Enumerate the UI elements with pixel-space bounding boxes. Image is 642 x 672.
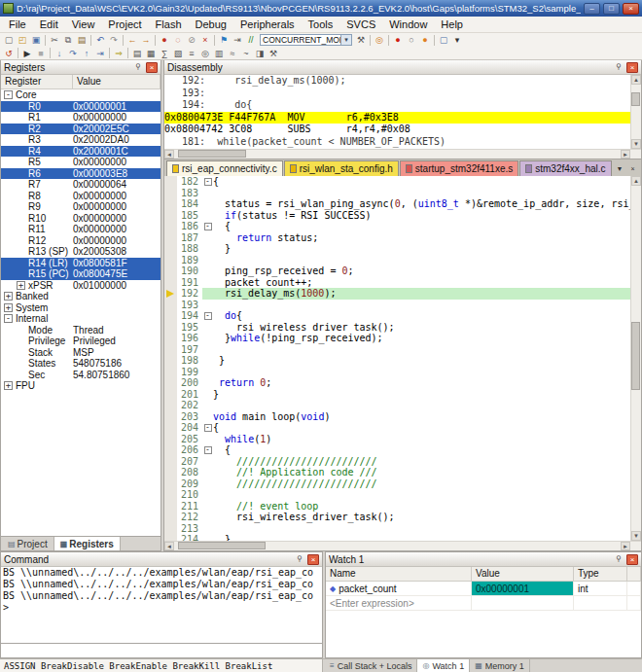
code-line[interactable]: 191 packet_count++;	[164, 277, 630, 289]
breakpoint-margin[interactable]	[164, 400, 177, 411]
fold-margin[interactable]	[202, 255, 213, 266]
menu-svcs[interactable]: SVCS	[339, 18, 382, 32]
breakpoint-margin[interactable]	[164, 389, 177, 401]
target-options-icon[interactable]: ⚒	[354, 34, 368, 47]
fold-margin[interactable]	[202, 355, 213, 367]
register-row[interactable]: R50x00000000	[1, 157, 160, 168]
breakpoint-margin[interactable]	[164, 322, 177, 334]
register-row[interactable]: +xPSR0x01000000	[1, 280, 160, 292]
register-row[interactable]: Sec54.80751860	[1, 370, 160, 381]
code-line[interactable]: 188 }	[164, 243, 630, 255]
scroll-down-icon[interactable]: ▼	[631, 139, 641, 149]
kill-all-breakpoints-icon[interactable]: ×	[198, 34, 212, 47]
register-row[interactable]: R20x20002E5C	[1, 124, 160, 135]
register-row[interactable]: R00x00000001	[1, 101, 160, 113]
fold-margin[interactable]	[202, 288, 213, 300]
fold-margin[interactable]	[202, 523, 213, 535]
close-panel-icon[interactable]: ×	[626, 554, 638, 565]
code-line[interactable]: 194- do{	[164, 310, 630, 322]
breakpoint-margin[interactable]	[164, 188, 177, 199]
fold-margin[interactable]: -	[202, 310, 213, 322]
code-line[interactable]: 201}	[164, 389, 630, 401]
undo-icon[interactable]: ↶	[93, 34, 107, 47]
code-line[interactable]: 200 return 0;	[164, 377, 630, 389]
menu-window[interactable]: Window	[382, 18, 434, 32]
run-to-cursor-icon[interactable]: ⇥	[93, 47, 107, 59]
minimize-button[interactable]: –	[584, 3, 600, 15]
fold-margin[interactable]	[202, 333, 213, 344]
register-row[interactable]: R40x2000001C	[1, 146, 160, 158]
scroll-left-icon[interactable]: ◄	[164, 542, 174, 550]
register-row[interactable]: R13 (SP)0x20005308	[1, 246, 160, 258]
register-row[interactable]: R80x00000000	[1, 191, 160, 202]
close-button[interactable]: ×	[623, 3, 639, 15]
disassembly-hscrollbar[interactable]: ◄ ►	[164, 149, 641, 159]
fold-margin[interactable]	[202, 344, 213, 356]
fold-margin[interactable]	[202, 467, 213, 478]
register-row[interactable]: ModeThread	[1, 325, 160, 336]
disassembly-vscrollbar[interactable]: ▲ ▼	[630, 75, 641, 149]
fold-margin[interactable]	[202, 478, 213, 490]
breakpoint-margin[interactable]	[164, 300, 177, 311]
menu-tools[interactable]: Tools	[302, 18, 340, 32]
scroll-track[interactable]	[631, 186, 641, 531]
disassembly-line[interactable]: 194: do{	[164, 99, 630, 112]
fold-margin[interactable]	[202, 188, 213, 199]
save-icon[interactable]: ▣	[29, 34, 43, 47]
panel-tab-registers[interactable]: ▦Registers	[54, 537, 121, 550]
register-row[interactable]: PrivilegePrivileged	[1, 336, 160, 347]
disassembly-line[interactable]: 181: while(packet_count < NUMBER_OF_PACK…	[164, 136, 630, 149]
cut-icon[interactable]: ✂	[48, 34, 61, 47]
breakpoint-margin[interactable]	[164, 310, 177, 322]
fold-margin[interactable]	[202, 210, 213, 222]
breakpoint-margin[interactable]	[164, 243, 177, 255]
pin-icon[interactable]: ⚲	[613, 62, 624, 73]
menu-peripherals[interactable]: Peripherals	[233, 18, 302, 32]
fold-margin[interactable]	[202, 489, 213, 501]
scroll-thumb[interactable]	[178, 542, 266, 549]
code-line[interactable]: 192 rsi_delay_ms(1000);	[164, 288, 630, 300]
register-row[interactable]: R30x20002DA0	[1, 134, 160, 146]
fold-margin[interactable]: -	[202, 444, 213, 456]
fold-margin[interactable]	[202, 411, 213, 423]
memory-window-icon[interactable]: ▥	[212, 47, 226, 59]
find-in-files-icon[interactable]: ◎	[373, 34, 386, 47]
fold-margin[interactable]	[202, 232, 213, 244]
menu-debug[interactable]: Debug	[189, 18, 233, 32]
fold-collapse-icon[interactable]: -	[204, 424, 212, 432]
register-row[interactable]: StackMSP	[1, 347, 160, 359]
fold-margin[interactable]	[202, 367, 213, 378]
code-line[interactable]: 185 if(status != RSI_SUCCESS)	[164, 210, 630, 222]
register-row[interactable]: R14 (LR)0x0800581F	[1, 258, 160, 269]
register-row[interactable]: -Core	[1, 89, 160, 101]
scroll-down-icon[interactable]: ▼	[631, 531, 641, 541]
breakpoint-margin[interactable]	[164, 198, 177, 210]
expander-icon[interactable]: +	[4, 381, 13, 390]
scroll-thumb[interactable]	[631, 322, 640, 390]
show-next-statement-icon[interactable]: ⇒	[112, 47, 125, 59]
fold-margin[interactable]	[202, 277, 213, 289]
symbol-window-icon[interactable]: ∑	[158, 47, 171, 59]
pin-icon[interactable]: ⚲	[294, 554, 305, 565]
scroll-up-icon[interactable]: ▲	[631, 176, 641, 186]
breakpoint-margin[interactable]	[164, 523, 177, 535]
code-line[interactable]: 195 rsi_wireless_driver_task();	[164, 322, 630, 334]
fold-collapse-icon[interactable]: -	[204, 178, 212, 186]
indent-icon[interactable]: ⇥	[231, 34, 244, 47]
menu-view[interactable]: View	[65, 18, 102, 32]
breakpoint-margin[interactable]	[164, 232, 177, 244]
breakpoint-margin[interactable]	[164, 367, 177, 378]
register-row[interactable]: R10x00000000	[1, 112, 160, 124]
fold-margin[interactable]	[202, 512, 213, 523]
disassembly-window-icon[interactable]: ▦	[144, 47, 158, 59]
fold-collapse-icon[interactable]: -	[204, 223, 212, 230]
code-line[interactable]: 182-{	[164, 176, 630, 188]
breakpoint-margin[interactable]	[164, 411, 177, 423]
breakpoint-margin[interactable]	[164, 377, 177, 389]
orange-dot-icon[interactable]: ●	[418, 34, 432, 47]
logic-analyzer-icon[interactable]: ~	[239, 47, 253, 59]
fold-margin[interactable]: -	[202, 221, 213, 232]
code-line[interactable]: 212 rsi_wireless_driver_task();	[164, 512, 630, 523]
breakpoint-margin[interactable]	[164, 210, 177, 222]
watch-row[interactable]: ◆packet_count0x00000001int	[326, 582, 641, 596]
